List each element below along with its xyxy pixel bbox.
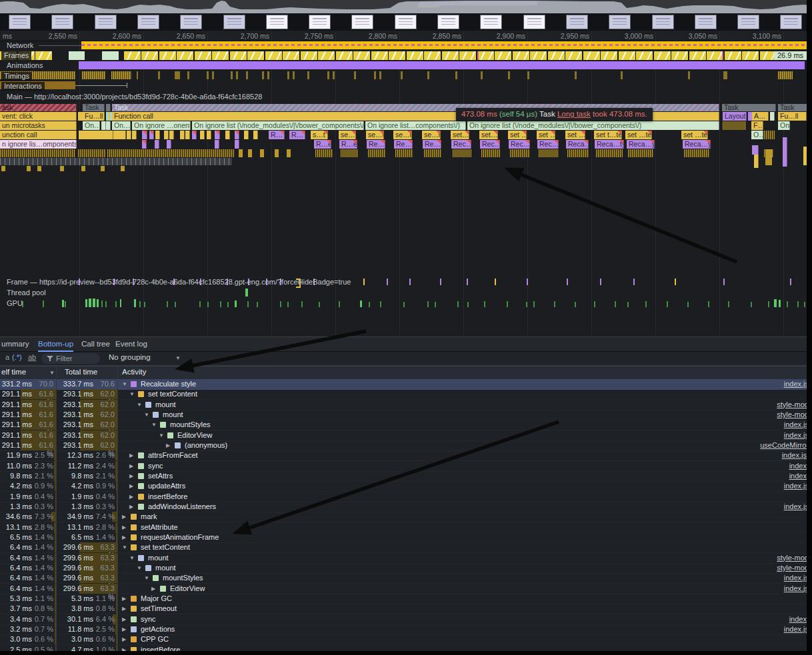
frames-track-label[interactable]: Frames [1,51,31,60]
flame-bar[interactable] [149,131,154,139]
filmstrip-thumbnail[interactable] [480,15,502,29]
flame-bar[interactable]: set t…tent [594,131,622,139]
filmstrip-track[interactable] [0,14,812,31]
flame-bar[interactable]: Task [83,104,105,111]
cpu-overview-strip[interactable] [0,0,812,14]
flame-bar[interactable]: Rec…yle [509,140,530,149]
flame-bar[interactable]: set …tent [681,131,708,139]
gpu-track-label[interactable]: GPU [7,299,23,307]
flame-bar[interactable]: On ignore …onents\/) [132,121,191,130]
flame-bar[interactable]: Fu…ll [778,112,807,121]
filmstrip-thumbnail[interactable] [351,15,373,29]
collapse-arrow-icon[interactable]: ▼ [137,402,142,408]
frame-block[interactable] [283,51,299,60]
flame-bar[interactable]: Re…le [394,140,413,149]
frame-block[interactable] [725,51,741,60]
expand-arrow-icon[interactable]: ▶ [122,514,126,520]
flame-bar[interactable] [235,140,239,149]
flame-bar[interactable] [101,121,106,130]
table-row[interactable]: 6.4 ms1.4 %299.6 ms63.3 %▼mountstyle-mod [0,563,812,574]
tab-call-tree[interactable]: Call tree [81,337,110,350]
filmstrip-thumbnail[interactable] [95,15,117,29]
filmstrip-thumbnail[interactable] [309,15,331,29]
filmstrip-thumbnail[interactable] [266,15,288,29]
table-row[interactable]: 1.9 ms0.4 %1.9 ms0.4 %▶insertBefore [0,492,812,502]
frame-block[interactable] [212,51,229,60]
table-row[interactable]: 34.6 ms7.3 %34.9 ms7.4 %▶mark [0,512,812,522]
flame-bar[interactable] [142,140,147,149]
frame-block[interactable] [336,51,353,60]
flame-bar[interactable]: R… [289,131,305,139]
timings-track-label[interactable]: Timings [1,72,32,81]
flame-bar[interactable]: se…nt [393,131,412,139]
frame-duration-badge[interactable]: 26.9 ms [774,51,807,60]
network-request-bar[interactable] [81,41,807,49]
flame-bar[interactable]: On…) [778,121,790,130]
collapse-arrow-icon[interactable]: ▼ [129,555,135,561]
frame-block[interactable] [318,51,335,60]
source-link[interactable]: style-mod [777,410,809,418]
expand-arrow-icon[interactable]: ▶ [129,494,133,500]
frame-block-idle[interactable] [69,51,85,60]
source-link[interactable]: style-mod [777,554,809,562]
frame-block[interactable] [601,51,617,60]
flame-bar[interactable] [192,131,197,139]
flame-bar[interactable]: Re…e [367,140,385,149]
table-row[interactable]: 6.4 ms1.4 %299.6 ms63.3 %▼set textConten… [0,542,812,553]
table-row[interactable]: 291.1 ms61.6 %293.1 ms62.0 %▼EditorViewi… [0,430,812,441]
collapse-arrow-icon[interactable]: ▼ [151,422,157,428]
thread-pool-track-label[interactable]: Thread pool [7,289,46,297]
animations-track-label[interactable]: Animations [7,61,43,69]
frame-block[interactable] [548,51,565,60]
flame-bar[interactable]: On ignore list (\/node_modules\/|\/bower… [192,121,364,130]
flame-bar[interactable] [169,131,174,139]
frame-block[interactable] [371,51,388,60]
table-row[interactable]: 11.0 ms2.3 %11.2 ms2.4 %▶syncindex. [0,461,812,472]
frame-block[interactable] [459,51,476,60]
table-row[interactable]: 3.4 ms0.7 %30.1 ms6.4 %▶syncindex. [0,614,812,625]
flame-bar[interactable]: Re…le [423,140,441,149]
expand-arrow-icon[interactable]: ▶ [122,606,126,612]
filmstrip-thumbnail[interactable] [51,15,73,29]
flame-bar[interactable]: Reca…yle [683,140,711,149]
collapse-arrow-icon[interactable]: ▼ [144,412,149,418]
main-thread-track-label[interactable]: Main — http://localhost:3000/projects/bd… [7,93,262,101]
filmstrip-thumbnail[interactable] [695,15,717,29]
frame-block[interactable] [689,51,706,60]
interactions-track-label[interactable]: Interactions [1,82,45,91]
source-link[interactable]: index. [789,472,809,480]
flame-bar[interactable]: se…t [366,131,384,139]
expand-arrow-icon[interactable]: ▶ [129,452,133,458]
expand-arrow-icon[interactable]: ▶ [151,586,155,592]
expand-arrow-icon[interactable]: ▶ [166,442,170,448]
flame-bar[interactable] [155,131,160,139]
tab-event-log[interactable]: Event log [115,337,147,350]
table-row[interactable]: 5.3 ms1.1 %5.3 ms1.1 %▶Major GC [0,594,812,604]
filmstrip-thumbnail[interactable] [566,15,588,29]
flame-bar[interactable]: set…nt [479,131,498,139]
filmstrip-thumbnail[interactable] [180,15,202,29]
flame-bar[interactable]: F…l [751,121,763,130]
regex-icon[interactable]: (.*) [12,353,22,361]
flame-bar[interactable]: Layout [723,112,747,121]
table-row[interactable]: 291.1 ms61.6 %293.1 ms62.0 %▼mountstyle-… [0,410,812,420]
flame-bar[interactable] [167,140,171,149]
timeline-ruler[interactable]: ms2,550 ms2,600 ms2,650 ms2,700 ms2,750 … [0,31,812,41]
source-link[interactable]: index.js [784,502,809,510]
expand-arrow-icon[interactable]: ▶ [129,473,133,479]
flame-bar[interactable]: vent: click [0,112,77,121]
flame-bar[interactable] [225,131,230,139]
filmstrip-thumbnail[interactable] [437,15,459,29]
table-row[interactable]: 3.2 ms0.7 %11.8 ms2.5 %▶getActionsindex.… [0,624,812,635]
collapse-arrow-icon[interactable]: ▼ [159,432,164,438]
filmstrip-thumbnail[interactable] [780,15,802,29]
flame-bar[interactable] [215,131,220,139]
flame-bar[interactable] [109,131,113,139]
frame-block[interactable] [513,51,529,60]
flame-bar[interactable]: On ignore list…components\/) [365,121,466,130]
frame-block[interactable] [230,51,247,60]
grouping-dropdown[interactable]: No grouping ▼ [109,353,151,361]
source-link[interactable]: index.js [784,482,809,490]
flame-bar[interactable] [121,131,126,139]
table-row[interactable]: 4.2 ms0.9 %4.2 ms0.9 %▶updateAttrsindex.… [0,481,812,492]
